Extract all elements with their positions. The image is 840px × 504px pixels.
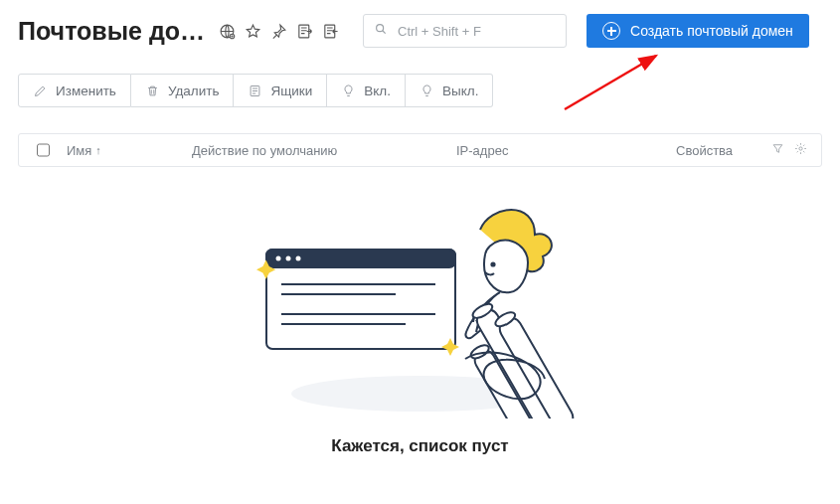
svg-point-6	[799, 147, 802, 150]
delete-button[interactable]: Удалить	[131, 74, 235, 107]
import-icon[interactable]	[296, 23, 313, 40]
bulb-off-icon	[420, 84, 434, 98]
delete-label: Удалить	[168, 84, 220, 98]
settings-icon[interactable]	[794, 142, 807, 158]
bulb-on-icon	[341, 84, 356, 98]
star-icon[interactable]	[245, 23, 261, 40]
search-input-container[interactable]	[363, 14, 567, 48]
export-icon[interactable]	[322, 23, 339, 40]
select-all-checkbox[interactable]	[37, 143, 50, 157]
disable-button[interactable]: Выкл.	[406, 74, 493, 107]
enable-button[interactable]: Вкл.	[327, 74, 406, 107]
column-ip[interactable]: IP-адрес	[456, 143, 595, 158]
trash-icon	[145, 84, 160, 98]
column-action-label: Действие по умолчанию	[192, 143, 337, 158]
column-default-action[interactable]: Действие по умолчанию	[192, 143, 440, 158]
disable-label: Выкл.	[442, 84, 478, 98]
column-name-label: Имя	[67, 143, 91, 158]
enable-label: Вкл.	[364, 84, 391, 98]
page-title: Почтовые до…	[18, 17, 205, 46]
table-header-row: Имя ↑ Действие по умолчанию IP-адрес Сво…	[18, 133, 822, 167]
edit-label: Изменить	[56, 84, 116, 98]
empty-state: Кажется, список пуст	[18, 195, 822, 456]
svg-point-17	[491, 262, 494, 265]
svg-point-4	[377, 25, 384, 32]
create-domain-button[interactable]: Создать почтовый домен	[587, 14, 809, 48]
boxes-label: Ящики	[270, 84, 312, 98]
column-name[interactable]: Имя ↑	[67, 143, 176, 158]
toolbar: Изменить Удалить Ящики Вкл. Выкл.	[18, 74, 822, 107]
pencil-icon	[33, 84, 48, 98]
column-props-label: Свойства	[676, 143, 733, 158]
svg-point-11	[285, 256, 290, 261]
create-domain-label: Создать почтовый домен	[630, 23, 793, 39]
search-icon	[374, 22, 388, 40]
column-props[interactable]: Свойства	[676, 143, 756, 158]
search-input[interactable]	[396, 23, 567, 40]
plus-circle-icon	[602, 22, 620, 40]
header-icon-group	[219, 23, 339, 40]
filter-icon[interactable]	[771, 142, 784, 158]
globe-icon[interactable]	[219, 23, 236, 40]
column-ip-label: IP-адрес	[456, 143, 508, 158]
boxes-button[interactable]: Ящики	[234, 74, 327, 107]
svg-rect-9	[266, 250, 455, 267]
empty-message: Кажется, список пуст	[331, 436, 508, 456]
edit-button[interactable]: Изменить	[18, 74, 131, 107]
inbox-icon	[248, 84, 262, 98]
svg-point-12	[295, 256, 300, 261]
empty-illustration	[237, 195, 604, 419]
header: Почтовые до…	[18, 14, 822, 48]
pin-icon[interactable]	[270, 23, 287, 40]
svg-point-10	[275, 256, 280, 261]
sort-asc-icon: ↑	[95, 144, 101, 156]
select-all-cell	[33, 140, 51, 160]
